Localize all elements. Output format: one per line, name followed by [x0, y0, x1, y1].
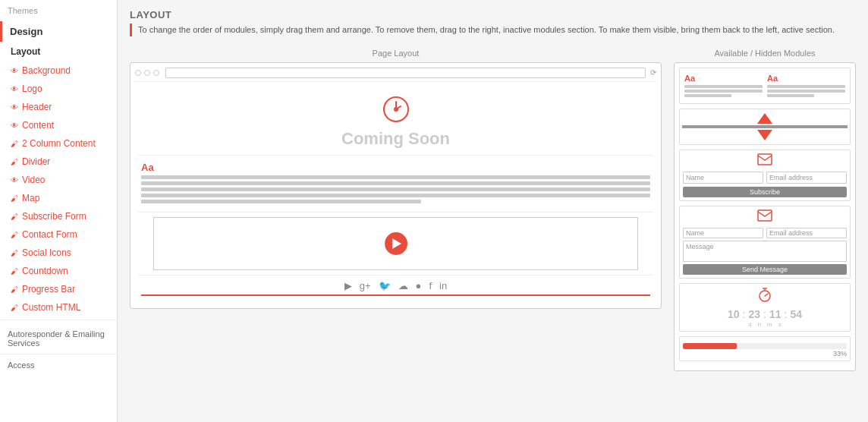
- facebook-icon[interactable]: f: [429, 280, 432, 291]
- svg-point-1: [394, 107, 398, 112]
- coming-soon-text: Coming Soon: [138, 129, 653, 149]
- browser-dot-3: [153, 70, 159, 76]
- twitter-icon[interactable]: 🐦: [379, 280, 391, 291]
- sidebar-item-countdown[interactable]: 🖌 Countdown: [0, 262, 117, 280]
- countdown-labels: d h m s: [683, 321, 847, 328]
- progress-bar-fill: [683, 343, 737, 349]
- sidebar-design[interactable]: Design: [0, 21, 117, 42]
- sidebar-item-content[interactable]: 👁 Content: [0, 116, 117, 134]
- text-module: Aa Aa: [684, 73, 845, 99]
- contact-icon: [683, 209, 847, 225]
- available-hidden-panel: Available / Hidden Modules Aa Aa: [674, 49, 856, 371]
- sidebar-item-divider[interactable]: 🖌 Divider: [0, 153, 117, 171]
- mod-line-3: [684, 94, 731, 97]
- linkedin-icon[interactable]: in: [439, 280, 447, 291]
- contact-module-card[interactable]: Name Email address Message Send Message: [679, 206, 851, 279]
- contact-email-input[interactable]: Email address: [766, 228, 847, 238]
- brush-icon: 🖌: [11, 231, 18, 239]
- subscribe-inputs: Name Email address: [683, 172, 847, 184]
- sidebar-item-logo[interactable]: 👁 Logo: [0, 80, 117, 98]
- progress-bar-module-card[interactable]: 33%: [679, 336, 851, 361]
- available-title: Available / Hidden Modules: [674, 49, 856, 58]
- subscribe-name-input[interactable]: Name: [683, 172, 763, 184]
- sidebar: Themes Design Layout 👁 Background 👁 Logo…: [0, 0, 118, 422]
- google-plus-icon[interactable]: g+: [360, 280, 371, 291]
- countdown-icon: [683, 287, 847, 305]
- svg-line-7: [765, 294, 768, 296]
- whatsapp-icon[interactable]: ●: [416, 280, 422, 291]
- brush-icon: 🖌: [11, 213, 18, 221]
- eye-icon: 👁: [11, 121, 18, 130]
- video-box[interactable]: [153, 217, 638, 270]
- contact-message-input[interactable]: Message: [683, 241, 847, 262]
- sidebar-divider: [0, 320, 117, 320]
- browser-dot-1: [135, 70, 141, 76]
- layout-description: To change the order of modules, simply d…: [130, 24, 856, 36]
- subscribe-email-input[interactable]: Email address: [766, 172, 847, 184]
- text-line-5: [141, 200, 421, 203]
- contact-inputs-row: Name Email address: [683, 228, 847, 238]
- countdown-m-label: m: [767, 321, 772, 328]
- text-aa-label: Aa: [141, 162, 154, 173]
- sidebar-layout: Layout: [0, 42, 117, 61]
- eye-icon: 👁: [11, 103, 18, 112]
- text-lines: [141, 175, 650, 203]
- sidebar-item-video[interactable]: 👁 Video: [0, 171, 117, 189]
- text-module-col1: Aa: [684, 73, 763, 99]
- sidebar-autoresponder[interactable]: Autoresponder & Emailing Services: [0, 323, 117, 354]
- text-line-3: [141, 187, 650, 191]
- countdown-h-label: h: [758, 321, 761, 328]
- eye-icon: 👁: [11, 85, 18, 93]
- subscribe-icon: [683, 153, 847, 168]
- sidebar-themes[interactable]: Themes: [0, 0, 117, 21]
- text-line-4: [141, 194, 650, 197]
- sidebar-item-social-icons[interactable]: 🖌 Social Icons: [0, 244, 117, 262]
- mod-line-6: [767, 94, 814, 97]
- arrow-down-icon[interactable]: [757, 130, 772, 140]
- refresh-icon: ⟳: [650, 68, 656, 77]
- sidebar-item-background[interactable]: 👁 Background: [0, 61, 117, 80]
- arrow-controls-card[interactable]: [679, 109, 851, 145]
- sidebar-item-custom-html[interactable]: 🖌 Custom HTML: [0, 298, 117, 316]
- youtube-icon[interactable]: ▶: [344, 280, 352, 291]
- video-section: [138, 213, 653, 276]
- countdown-seconds: 54: [790, 308, 802, 320]
- countdown-sep-1: :: [743, 308, 746, 320]
- progress-percentage: 33%: [683, 350, 847, 357]
- main-content: LAYOUT To change the order of modules, s…: [118, 0, 868, 422]
- text-module-card[interactable]: Aa Aa: [679, 68, 851, 104]
- send-message-button[interactable]: Send Message: [683, 264, 847, 275]
- countdown-sep-3: :: [785, 308, 788, 320]
- mod-line-1: [684, 85, 763, 88]
- page-layout-panel: Page Layout ⟳: [130, 49, 662, 371]
- play-button[interactable]: [385, 232, 407, 255]
- sidebar-item-map[interactable]: 🖌 Map: [0, 189, 117, 207]
- text-section: Aa: [138, 156, 653, 213]
- layout-title: LAYOUT: [130, 9, 856, 20]
- arrow-up-icon[interactable]: [757, 113, 772, 124]
- brush-icon: 🖌: [11, 194, 18, 203]
- sidebar-item-header[interactable]: 👁 Header: [0, 98, 117, 116]
- sidebar-item-2column[interactable]: 🖌 2 Column Content: [0, 134, 117, 153]
- text-line-1: [141, 175, 650, 179]
- page-layout-title: Page Layout: [130, 49, 662, 58]
- countdown-hours: 23: [748, 308, 760, 320]
- skype-icon[interactable]: ☁: [398, 280, 408, 291]
- browser-mockup: ⟳ Coming Soon: [130, 62, 662, 309]
- countdown-days: 10: [728, 308, 740, 320]
- subscribe-module-card[interactable]: Name Email address Subscribe: [679, 150, 851, 201]
- svg-rect-2: [758, 154, 772, 165]
- sidebar-item-contact-form[interactable]: 🖌 Contact Form: [0, 225, 117, 244]
- contact-name-input[interactable]: Name: [683, 228, 763, 238]
- countdown-minutes: 11: [769, 308, 782, 320]
- sidebar-item-progress-bar[interactable]: 🖌 Progress Bar: [0, 280, 117, 298]
- countdown-module-card[interactable]: 10 : 23 : 11 : 54 d h m s: [679, 283, 851, 332]
- brush-icon: 🖌: [11, 267, 18, 276]
- brush-icon: 🖌: [11, 285, 18, 294]
- subscribe-button[interactable]: Subscribe: [683, 187, 847, 197]
- sidebar-item-subscribe-form[interactable]: 🖌 Subscribe Form: [0, 207, 117, 225]
- countdown-time: 10 : 23 : 11 : 54: [683, 308, 847, 320]
- sidebar-access[interactable]: Access: [0, 354, 117, 376]
- eye-icon: 👁: [11, 176, 18, 184]
- available-items-container: Aa Aa: [674, 62, 856, 371]
